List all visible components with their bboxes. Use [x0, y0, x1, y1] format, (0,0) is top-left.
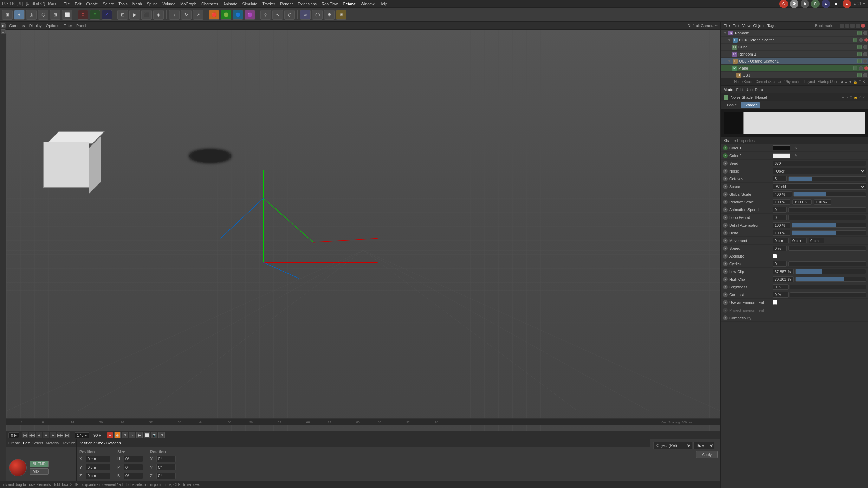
menu-volume[interactable]: Volume — [162, 2, 175, 6]
prop-input-mov-y[interactable] — [791, 238, 807, 243]
up-icon[interactable]: ▼ — [849, 80, 852, 84]
object-icon[interactable]: ⚙ — [790, 0, 798, 8]
position-z-input[interactable] — [86, 473, 110, 479]
poly-mode-btn[interactable]: ⊞ — [50, 10, 60, 20]
obj-eye-obj[interactable] — [863, 59, 867, 63]
prop-bar-brightness[interactable] — [790, 285, 866, 289]
tl-settings[interactable]: ⚙ — [158, 432, 165, 438]
menu-octane[interactable]: Octane — [343, 2, 356, 6]
obj-eye-plane[interactable] — [859, 66, 863, 70]
prop-swatch-color2[interactable] — [773, 153, 790, 158]
prop-icon-movement[interactable]: ● — [723, 238, 728, 243]
menu-extensions[interactable]: Extensions — [298, 2, 317, 6]
prop-bar-detail-atten[interactable] — [792, 223, 866, 228]
prop-bar-contrast[interactable] — [790, 292, 866, 297]
octane-icon[interactable]: O — [811, 0, 820, 8]
size-y-input[interactable] — [124, 464, 143, 470]
size-z-input[interactable] — [124, 473, 143, 479]
color4-btn[interactable]: 🟣 — [245, 10, 255, 20]
material-sphere[interactable] — [9, 459, 27, 476]
prop-icon-low-clip[interactable]: ● — [723, 269, 728, 274]
prop-swatch-color1[interactable] — [773, 145, 790, 150]
obj-item-cube[interactable]: C Cube — [721, 44, 868, 51]
color1-btn[interactable]: 🔴 — [209, 10, 219, 20]
prop-icon-speed[interactable]: ● — [723, 246, 728, 251]
obj-check-box[interactable] — [853, 38, 857, 42]
obj-header-file[interactable]: File — [724, 24, 730, 28]
render-view-btn[interactable]: ▶ — [129, 10, 140, 20]
obj-header-icon-2[interactable] — [845, 24, 849, 28]
tab-display[interactable]: Display — [29, 24, 42, 28]
prop-icon-use-env[interactable]: ● — [723, 300, 728, 305]
color3-btn[interactable]: 🔵 — [233, 10, 243, 20]
prop-icon-loop-period[interactable]: ● — [723, 215, 728, 220]
record-btn[interactable]: ● — [107, 432, 113, 438]
rot-z-input[interactable] — [156, 473, 176, 479]
xaxis-btn[interactable]: X — [78, 10, 88, 20]
menu-tracker[interactable]: Tracker — [262, 2, 275, 6]
rot-x-input[interactable] — [156, 456, 176, 462]
auto-key-btn[interactable]: ⚙ — [122, 432, 128, 438]
obj-header-icon-4[interactable] — [856, 24, 860, 28]
sculpt-icon[interactable]: S — [779, 0, 788, 8]
prop-icon-high-clip[interactable]: ● — [723, 277, 728, 282]
subtab-basic[interactable]: Basic — [724, 102, 740, 108]
prop-bar-speed[interactable] — [788, 246, 866, 251]
mix-btn[interactable]: MIX — [30, 468, 49, 475]
menu-window[interactable]: Window — [361, 2, 374, 6]
obj-check-plane[interactable] — [853, 66, 857, 70]
arrow-tool-btn[interactable]: ↖ — [272, 10, 283, 20]
shader-lock-icon[interactable]: 🔒 — [854, 96, 857, 99]
next-frame-btn[interactable]: ▶▶ — [57, 432, 63, 438]
bottom-tab-select[interactable]: Select — [32, 441, 43, 445]
prop-icon-color1[interactable]: ● — [723, 145, 728, 150]
menu-create[interactable]: Create — [86, 2, 98, 6]
goto-start-btn[interactable]: |◀ — [22, 432, 28, 438]
obj-item-obj[interactable]: O OBJ — [721, 72, 868, 78]
prop-icon-delta[interactable]: ● — [723, 230, 728, 235]
sidebar-btn-1[interactable]: ▶ — [1, 23, 6, 28]
menu-realflow[interactable]: RealFlow — [322, 2, 338, 6]
shader-back-icon[interactable]: ◀ — [842, 96, 844, 99]
mode-tab-userdata[interactable]: User Data — [746, 87, 763, 92]
play-back-btn[interactable]: ◀ — [36, 432, 42, 438]
prop-icon-anim-speed[interactable]: ● — [723, 207, 728, 212]
prop-input-rel-scale-1[interactable] — [773, 199, 790, 205]
render-btn[interactable]: ⬛ — [141, 10, 152, 20]
render-icon[interactable]: ◈ — [801, 0, 809, 8]
blend-btn[interactable]: BLEND — [30, 461, 49, 467]
move-tool-btn[interactable]: ⊹ — [260, 10, 271, 20]
obj-header-icon-1[interactable] — [840, 24, 844, 28]
prop-icon-cycles[interactable]: ● — [723, 261, 728, 266]
goto-end-btn[interactable]: ▶| — [64, 432, 70, 438]
prop-bar-global-scale[interactable] — [793, 192, 866, 197]
tab-cameras[interactable]: Cameras — [9, 24, 25, 28]
shader-close-icon[interactable]: ✕ — [862, 96, 865, 99]
menu-file[interactable]: File — [64, 2, 70, 6]
prev-frame-btn[interactable]: ◀◀ — [29, 432, 35, 438]
prop-input-octaves[interactable] — [773, 176, 787, 182]
light-btn[interactable]: ☀ — [336, 10, 346, 20]
subtab-shader[interactable]: Shader — [741, 102, 760, 108]
prop-bar-anim-speed[interactable] — [788, 207, 866, 212]
obj-header-icon-5[interactable] — [861, 24, 865, 28]
record-icon[interactable]: ● — [843, 0, 851, 8]
prop-icon-space[interactable]: ● — [723, 184, 728, 189]
rotate-btn[interactable]: ↻ — [181, 10, 192, 20]
prop-input-cycles[interactable] — [773, 261, 787, 267]
menu-character[interactable]: Character — [201, 2, 218, 6]
blue-icon[interactable]: ● — [822, 0, 830, 8]
obj-header-icon-3[interactable] — [850, 24, 855, 28]
prop-edit-color2[interactable]: ✎ — [793, 153, 798, 158]
prop-input-rel-scale-3[interactable] — [814, 199, 831, 205]
bottom-tab-texture[interactable]: Texture — [63, 441, 75, 445]
prop-input-mov-x[interactable] — [773, 238, 789, 243]
expand-icon[interactable]: ⊡ — [859, 80, 861, 84]
prop-icon-color2[interactable]: ● — [723, 153, 728, 158]
lock-icon[interactable]: 🔒 — [853, 80, 857, 84]
translate-btn[interactable]: ↕ — [169, 10, 180, 20]
prop-input-delta[interactable] — [773, 230, 790, 236]
tab-filter[interactable]: Filter — [64, 24, 72, 28]
position-x-input[interactable] — [86, 456, 110, 462]
obj-eye-random1[interactable] — [863, 52, 867, 56]
